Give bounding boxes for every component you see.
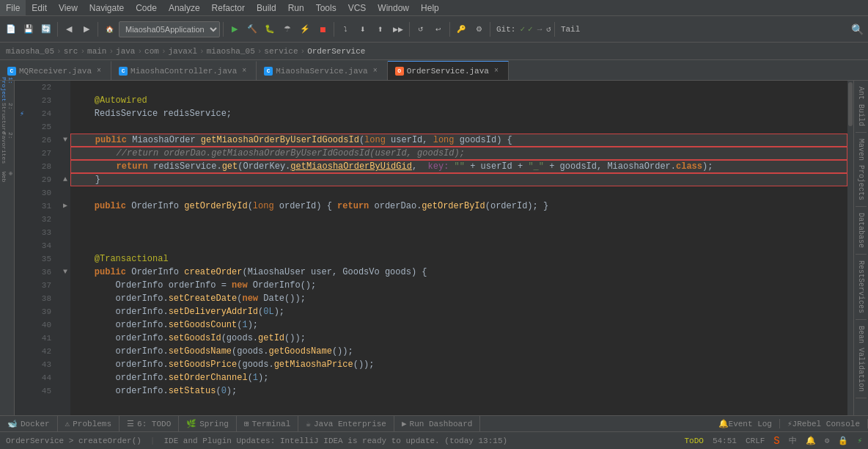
undo-btn[interactable]: ↩	[430, 21, 446, 37]
breadcrumb-project[interactable]: miaosha_05	[6, 47, 54, 56]
tab-close-orderservice[interactable]: ×	[492, 67, 501, 76]
linenum-44: 44	[29, 371, 54, 384]
tab-label-miaoshacontroller: MiaoshaController.java	[130, 67, 237, 76]
back-btn[interactable]: ◀	[61, 21, 77, 37]
code-line-26: public MiaoshaOrder getMiaoshaOrderByUse…	[70, 134, 847, 147]
menu-window[interactable]: Window	[372, 0, 415, 15]
step-over-btn[interactable]: ⤵	[337, 21, 353, 37]
scrollbar-thumb[interactable]	[848, 82, 853, 126]
debug-btn[interactable]: 🐛	[262, 21, 278, 37]
resume-btn[interactable]: ▶▶	[390, 21, 406, 37]
sidebar-project-icon[interactable]: 1: Project	[1, 84, 13, 95]
sidebar-favorites-icon[interactable]: 2: Favorites	[1, 142, 13, 154]
todo-tab[interactable]: ☰ 6: TODO	[119, 416, 179, 431]
linenum-30: 30	[29, 186, 54, 200]
fold-26[interactable]: ▼	[60, 134, 70, 147]
breadcrumb-main[interactable]: main	[87, 47, 106, 56]
toolbar: 📄 💾 🔄 ◀ ▶ 🏠 Miaosha05Application ▶ 🔨 🐛 ☂…	[0, 16, 868, 43]
step-into-btn[interactable]: ⬇	[355, 21, 371, 37]
menu-view[interactable]: View	[53, 0, 84, 15]
spring-tab[interactable]: 🌿 Spring	[179, 416, 237, 431]
menu-vcs[interactable]: VCS	[342, 0, 372, 15]
search-icon[interactable]: 🔍	[849, 21, 865, 37]
tab-orderservice[interactable]: O OrderService.java ×	[388, 61, 509, 80]
build-btn[interactable]: 🔨	[244, 21, 260, 37]
code-line-37: OrderInfo orderInfo = new OrderInfo();	[70, 279, 847, 292]
run-dashboard-tab[interactable]: ▶ Run Dashboard	[394, 416, 480, 431]
fold-33	[60, 226, 70, 239]
java-enterprise-tab[interactable]: ☕ Java Enterprise	[298, 416, 394, 431]
project-selector[interactable]: Miaosha05Application	[119, 21, 220, 37]
tab-close-miaoshacontroller[interactable]: ×	[240, 67, 249, 76]
menu-refactor[interactable]: Refactor	[206, 0, 251, 15]
linenum-25: 25	[29, 120, 54, 134]
docker-tab[interactable]: 🐋 Docker	[0, 416, 58, 431]
menu-build[interactable]: Build	[251, 0, 282, 15]
rerun-btn[interactable]: ↺	[413, 21, 429, 37]
fold-29[interactable]: ▲	[60, 173, 70, 186]
tab-miaoshacontroller[interactable]: C MiaoshaController.java ×	[111, 61, 257, 80]
breadcrumb-com[interactable]: com	[144, 47, 159, 56]
database-panel[interactable]: Database	[856, 207, 867, 255]
gutter-25	[15, 120, 29, 134]
breadcrumb-src[interactable]: src	[64, 47, 78, 56]
sync-btn[interactable]: 🔄	[38, 21, 54, 37]
bean-validation-panel[interactable]: Bean Validation	[856, 320, 867, 398]
maven-projects-panel[interactable]: Maven Projects	[856, 133, 867, 207]
rest-services-panel[interactable]: RestServices	[856, 255, 867, 320]
terminal-tab[interactable]: ⊞ Terminal	[237, 416, 298, 431]
linenum-43: 43	[29, 358, 54, 371]
linenum-34: 34	[29, 239, 54, 252]
new-file-btn[interactable]: 📄	[3, 21, 19, 37]
event-log-tab[interactable]: 🔔 Event Log	[711, 419, 780, 428]
breadcrumb-java[interactable]: java	[116, 47, 135, 56]
main-layout: 1: Project 2: Structure 2: Favorites ⊕ W…	[0, 81, 868, 415]
git-refresh: ↺	[546, 24, 551, 34]
jrebel-console-tab[interactable]: ⚡ JRebel Console	[780, 419, 868, 428]
fold-36[interactable]: ▼	[60, 266, 70, 279]
gutter-44	[15, 371, 29, 384]
linenum-41: 41	[29, 332, 54, 345]
forward-btn[interactable]: ▶	[78, 21, 95, 37]
gutter-41	[15, 332, 29, 345]
tab-mqreceiver[interactable]: C MQReceiver.java ×	[0, 61, 111, 80]
settings-btn[interactable]: ⚙	[471, 21, 487, 37]
code-line-24: RedisService redisService;	[70, 107, 847, 120]
ant-build-panel[interactable]: Ant Build	[856, 81, 867, 133]
profile-btn[interactable]: ⚡	[297, 21, 313, 37]
tab-close-mqreceiver[interactable]: ×	[95, 67, 103, 76]
fold-23	[60, 94, 70, 107]
linenum-32: 32	[29, 213, 54, 226]
breadcrumb-javaxl[interactable]: javaxl	[169, 47, 198, 56]
menu-tools[interactable]: Tools	[310, 0, 342, 15]
fold-24	[60, 107, 70, 120]
run-btn[interactable]: ▶	[227, 21, 243, 37]
sidebar-web-icon[interactable]: ⊕ Web	[1, 172, 13, 183]
menu-run[interactable]: Run	[282, 0, 310, 15]
breadcrumb-service[interactable]: service	[264, 47, 298, 56]
coverage-btn[interactable]: ☂	[279, 21, 295, 37]
code-line-28: return redisService.get(OrderKey.getMiao…	[70, 160, 847, 173]
menu-navigate[interactable]: Navigate	[84, 0, 130, 15]
key-btn[interactable]: 🔑	[453, 21, 469, 37]
menu-help[interactable]: Help	[415, 0, 445, 15]
linenum-22: 22	[29, 81, 54, 94]
breadcrumb-miaosha05[interactable]: miaosha_05	[207, 47, 255, 56]
sidebar-structure-icon[interactable]: 2: Structure	[1, 113, 13, 125]
tab-close-miaoshaservice[interactable]: ×	[371, 67, 380, 76]
step-out-btn[interactable]: ⬆	[372, 21, 389, 37]
fold-31[interactable]: ▶	[60, 200, 70, 213]
save-btn[interactable]: 💾	[21, 21, 37, 37]
menu-edit[interactable]: Edit	[26, 0, 53, 15]
problems-tab[interactable]: ⚠ Problems	[58, 416, 119, 431]
breadcrumb-orderservice[interactable]: OrderService	[307, 47, 365, 56]
home-btn[interactable]: 🏠	[101, 21, 117, 37]
menu-file[interactable]: File	[0, 0, 26, 15]
vertical-scrollbar[interactable]	[847, 81, 853, 415]
gutter-30	[15, 186, 29, 200]
stop-btn[interactable]: ⏹	[315, 21, 331, 37]
menu-code[interactable]: Code	[130, 0, 163, 15]
fold-25	[60, 120, 70, 134]
tab-miaoshaservice[interactable]: C MiaoshaService.java ×	[257, 61, 387, 80]
menu-analyze[interactable]: Analyze	[163, 0, 206, 15]
